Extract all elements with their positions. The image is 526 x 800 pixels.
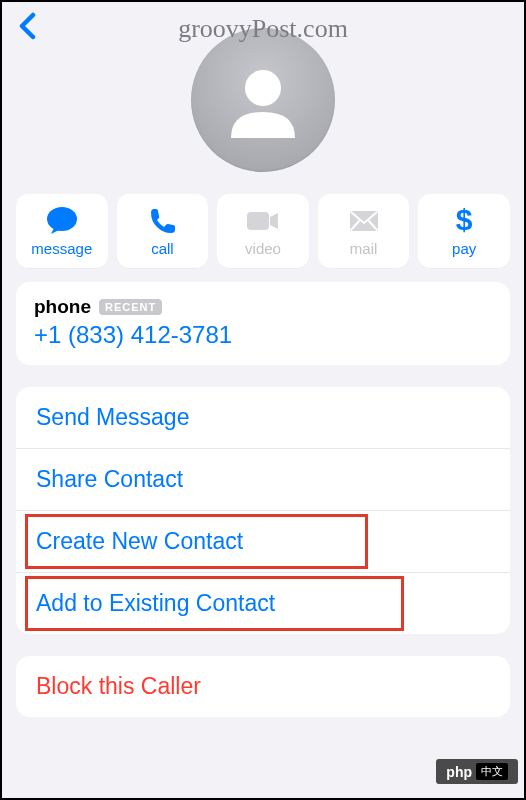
pay-label: pay xyxy=(452,240,476,257)
pay-button[interactable]: $ pay xyxy=(418,194,510,268)
svg-point-1 xyxy=(47,207,77,231)
message-button[interactable]: message xyxy=(16,194,108,268)
back-button[interactable] xyxy=(10,8,46,44)
share-contact-label: Share Contact xyxy=(36,466,183,492)
video-icon xyxy=(246,210,280,232)
send-message-label: Send Message xyxy=(36,404,189,430)
phone-label: phone xyxy=(34,296,91,318)
svg-rect-2 xyxy=(247,212,269,230)
actions-row: message call video xyxy=(2,182,524,282)
video-button[interactable]: video xyxy=(217,194,309,268)
phone-number: +1 (833) 412-3781 xyxy=(34,321,492,349)
svg-text:$: $ xyxy=(456,206,473,236)
header: groovyPost.com xyxy=(2,2,524,182)
block-caller-option[interactable]: Block this Caller xyxy=(16,656,510,717)
video-label: video xyxy=(245,240,281,257)
avatar[interactable] xyxy=(191,28,335,172)
message-label: message xyxy=(31,240,92,257)
mail-icon xyxy=(349,210,379,232)
add-to-existing-contact-label: Add to Existing Contact xyxy=(36,590,275,616)
mail-label: mail xyxy=(350,240,378,257)
send-message-option[interactable]: Send Message xyxy=(16,387,510,448)
phone-icon xyxy=(148,207,176,235)
options-card: Send Message Share Contact Create New Co… xyxy=(16,387,510,634)
mail-button[interactable]: mail xyxy=(318,194,410,268)
create-new-contact-label: Create New Contact xyxy=(36,528,243,554)
phone-card[interactable]: phone RECENT +1 (833) 412-3781 xyxy=(16,282,510,365)
call-label: call xyxy=(151,240,174,257)
chevron-left-icon xyxy=(18,12,38,40)
block-caller-label: Block this Caller xyxy=(36,673,201,699)
php-badge-suffix: 中文 xyxy=(476,763,508,780)
person-icon xyxy=(213,50,313,150)
message-icon xyxy=(45,206,79,236)
share-contact-option[interactable]: Share Contact xyxy=(16,448,510,510)
php-badge-text: php xyxy=(446,764,472,780)
create-new-contact-option[interactable]: Create New Contact xyxy=(16,510,510,572)
dollar-icon: $ xyxy=(455,206,473,236)
recent-badge: RECENT xyxy=(99,299,162,315)
php-badge: php 中文 xyxy=(436,759,518,784)
svg-point-0 xyxy=(245,70,281,106)
add-to-existing-contact-option[interactable]: Add to Existing Contact xyxy=(16,572,510,634)
call-button[interactable]: call xyxy=(117,194,209,268)
avatar-container xyxy=(2,10,524,182)
